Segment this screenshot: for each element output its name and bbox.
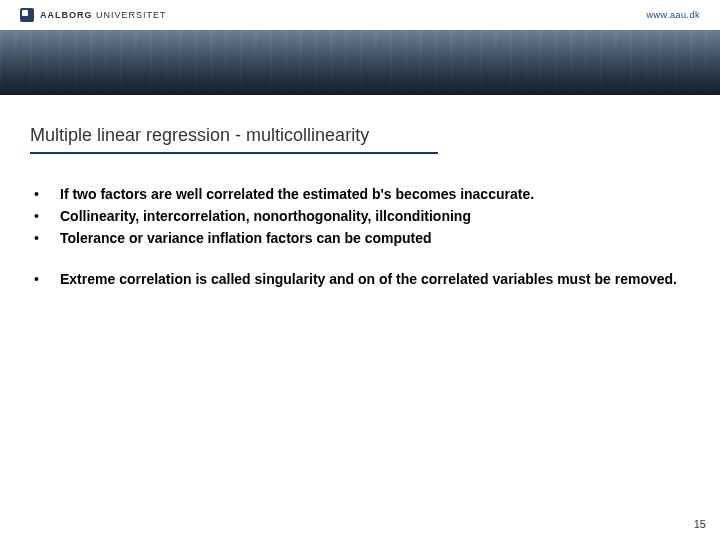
bullet-icon: •: [30, 269, 60, 290]
logo-text: AALBORG UNIVERSITET: [40, 10, 167, 20]
slide-content: Multiple linear regression - multicollin…: [0, 95, 720, 330]
bullet-icon: •: [30, 206, 60, 227]
list-item: • Tolerance or variance inflation factor…: [30, 228, 690, 249]
website-url: www.aau.dk: [646, 10, 700, 20]
university-logo: AALBORG UNIVERSITET: [20, 8, 167, 22]
page-number: 15: [694, 518, 706, 530]
bullet-text: Collinearity, intercorrelation, nonortho…: [60, 206, 690, 227]
bullet-icon: •: [30, 184, 60, 205]
bullet-group-1: • If two factors are well correlated the…: [30, 184, 690, 249]
list-item: • Collinearity, intercorrelation, nonort…: [30, 206, 690, 227]
header-banner: AALBORG UNIVERSITET www.aau.dk: [0, 0, 720, 95]
logo-strong: AALBORG: [40, 10, 93, 20]
bullet-text: Extreme correlation is called singularit…: [60, 269, 690, 290]
bullet-group-2: • Extreme correlation is called singular…: [30, 269, 690, 290]
bullet-text: If two factors are well correlated the e…: [60, 184, 690, 205]
list-item: • Extreme correlation is called singular…: [30, 269, 690, 290]
building-graphic: [0, 30, 720, 95]
slide-title: Multiple linear regression - multicollin…: [30, 125, 690, 146]
bullet-text: Tolerance or variance inflation factors …: [60, 228, 690, 249]
bullet-icon: •: [30, 228, 60, 249]
list-item: • If two factors are well correlated the…: [30, 184, 690, 205]
logo-light: UNIVERSITET: [96, 10, 167, 20]
header-top-bar: AALBORG UNIVERSITET www.aau.dk: [0, 0, 720, 30]
logo-icon: [20, 8, 34, 22]
